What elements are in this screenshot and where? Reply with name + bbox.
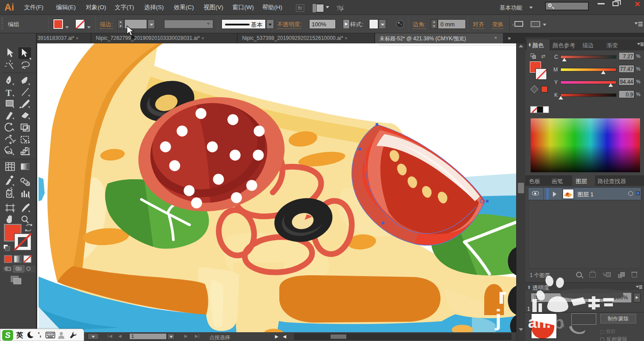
- svg-text:T: T: [6, 88, 12, 98]
- svg-text:j: j: [495, 305, 501, 330]
